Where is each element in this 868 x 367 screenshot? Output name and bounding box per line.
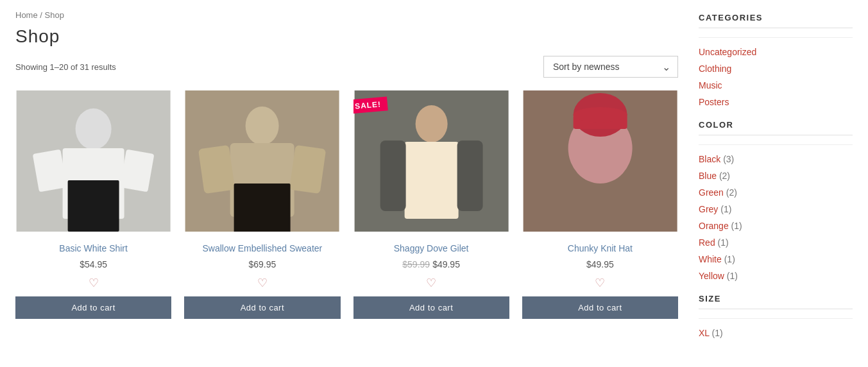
product-name[interactable]: Basic White Shirt: [59, 243, 128, 255]
sidebar: CATEGORIES Uncategorized Clothing Music …: [699, 10, 853, 345]
sidebar-color-blue[interactable]: Blue (2): [699, 171, 853, 181]
svg-rect-9: [198, 145, 235, 194]
breadcrumb-shop: Shop: [45, 10, 64, 20]
svg-rect-15: [380, 141, 405, 211]
wishlist-icon[interactable]: ♡: [426, 276, 436, 290]
svg-rect-14: [404, 142, 458, 219]
product-card-1: Basic White Shirt$54.95♡Add to cart: [15, 90, 171, 319]
add-to-cart-button[interactable]: Add to cart: [353, 296, 509, 319]
add-to-cart-button[interactable]: Add to cart: [522, 296, 678, 319]
original-price: $59.99: [402, 259, 430, 269]
svg-rect-10: [289, 145, 326, 194]
products-grid: Basic White Shirt$54.95♡Add to cart Swal…: [15, 90, 678, 319]
svg-point-7: [246, 107, 279, 145]
sale-price: $49.95: [432, 259, 460, 269]
results-bar: Showing 1–20 of 31 results Sort by newne…: [15, 56, 678, 78]
sidebar-item-music[interactable]: Music: [699, 80, 853, 90]
size-divider: [699, 318, 853, 319]
page-title: Shop: [15, 26, 678, 47]
sidebar-color-black[interactable]: Black (3): [699, 154, 853, 164]
svg-point-13: [415, 105, 447, 142]
sidebar-color-grey[interactable]: Grey (1): [699, 204, 853, 214]
sidebar-item-posters[interactable]: Posters: [699, 97, 853, 107]
product-image-wrapper[interactable]: [522, 90, 678, 234]
product-name[interactable]: Chunky Knit Hat: [568, 243, 633, 255]
sort-select[interactable]: Sort by newness Sort by popularity Sort …: [543, 56, 678, 78]
product-price: $69.95: [248, 259, 276, 269]
sidebar-size-xl[interactable]: XL (1): [699, 328, 853, 338]
product-image-wrapper[interactable]: SALE!: [353, 90, 509, 234]
color-title: COLOR: [699, 120, 853, 135]
categories-divider: [699, 37, 853, 38]
product-image-wrapper[interactable]: [15, 90, 171, 234]
add-to-cart-button[interactable]: Add to cart: [15, 296, 171, 319]
svg-rect-11: [234, 184, 291, 232]
svg-rect-16: [457, 141, 482, 211]
categories-title: CATEGORIES: [699, 13, 853, 28]
product-price: $54.95: [80, 259, 107, 269]
sort-wrapper: Sort by newness Sort by popularity Sort …: [543, 56, 678, 78]
sidebar-color-orange[interactable]: Orange (1): [699, 221, 853, 231]
wishlist-icon[interactable]: ♡: [89, 276, 99, 290]
sidebar-item-clothing[interactable]: Clothing: [699, 64, 853, 74]
breadcrumb: Home / Shop: [15, 10, 678, 20]
color-divider: [699, 144, 853, 145]
svg-rect-5: [68, 180, 119, 232]
product-price: $59.99$49.95: [402, 259, 460, 269]
product-card-2: Swallow Embellished Sweater$69.95♡Add to…: [184, 90, 340, 319]
size-title: SIZE: [699, 294, 853, 309]
product-card-3: SALE!Shaggy Dove Gilet$59.99$49.95♡Add t…: [353, 90, 509, 319]
wishlist-icon[interactable]: ♡: [257, 276, 268, 290]
breadcrumb-home[interactable]: Home: [15, 10, 38, 20]
main-content: Home / Shop Shop Showing 1–20 of 31 resu…: [15, 10, 699, 345]
sidebar-color-yellow[interactable]: Yellow (1): [699, 271, 853, 281]
sidebar-item-uncategorized[interactable]: Uncategorized: [699, 47, 853, 57]
product-card-4: Chunky Knit Hat$49.95♡Add to cart: [522, 90, 678, 319]
breadcrumb-separator: /: [40, 10, 42, 20]
svg-point-1: [76, 108, 112, 149]
wishlist-icon[interactable]: ♡: [595, 276, 605, 290]
product-price: $49.95: [586, 259, 614, 269]
svg-point-22: [573, 107, 627, 123]
add-to-cart-button[interactable]: Add to cart: [184, 296, 340, 319]
product-name[interactable]: Swallow Embellished Sweater: [202, 243, 322, 255]
product-image-wrapper[interactable]: [184, 90, 340, 234]
sidebar-color-red[interactable]: Red (1): [699, 237, 853, 248]
sidebar-color-white[interactable]: White (1): [699, 254, 853, 264]
product-name[interactable]: Shaggy Dove Gilet: [394, 243, 469, 255]
results-count: Showing 1–20 of 31 results: [15, 62, 116, 72]
sidebar-color-green[interactable]: Green (2): [699, 187, 853, 198]
